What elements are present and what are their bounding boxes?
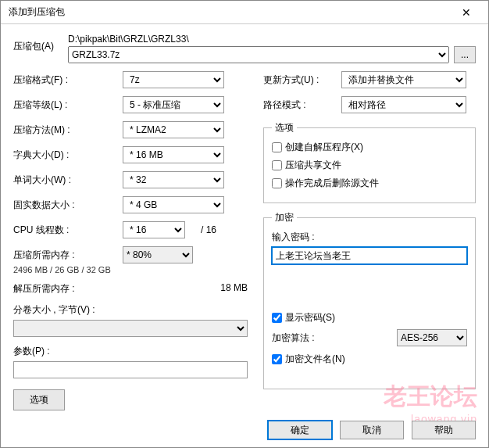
algo-select[interactable]: AES-256 bbox=[397, 329, 467, 346]
method-select[interactable]: * LZMA2 bbox=[123, 121, 224, 138]
options-legend: 选项 bbox=[272, 121, 297, 134]
delete-checkbox[interactable] bbox=[272, 178, 282, 188]
show-password-label: 显示密码(S) bbox=[285, 311, 335, 324]
dict-select[interactable]: * 16 MB bbox=[123, 146, 224, 163]
cancel-button[interactable]: 取消 bbox=[340, 421, 404, 439]
mem-compress-select[interactable]: * 80% bbox=[123, 246, 193, 263]
pathmode-label: 路径模式 : bbox=[263, 99, 341, 112]
method-label: 压缩方法(M) : bbox=[13, 124, 123, 137]
word-select[interactable]: * 32 bbox=[123, 171, 224, 188]
volume-select[interactable] bbox=[13, 320, 248, 337]
sfx-checkbox[interactable] bbox=[272, 142, 282, 152]
params-label: 参数(P) : bbox=[13, 345, 248, 358]
titlebar: 添加到压缩包 ✕ bbox=[1, 1, 488, 24]
password-input[interactable] bbox=[272, 247, 467, 264]
update-label: 更新方式(U) : bbox=[263, 73, 341, 87]
algo-label: 加密算法 : bbox=[272, 332, 315, 345]
options-fieldset: 选项 创建自解压程序(X) 压缩共享文件 操作完成后删除源文件 bbox=[263, 121, 476, 203]
word-label: 单词大小(W) : bbox=[13, 174, 123, 187]
show-password-checkbox[interactable] bbox=[272, 313, 282, 323]
cpu-total: / 16 bbox=[201, 224, 216, 235]
encryption-legend: 加密 bbox=[272, 211, 297, 224]
update-select[interactable]: 添加并替换文件 bbox=[341, 71, 466, 88]
archive-label: 压缩包(A) bbox=[13, 34, 62, 53]
level-select[interactable]: 5 - 标准压缩 bbox=[123, 96, 224, 113]
encrypt-names-label: 加密文件名(N) bbox=[285, 353, 345, 366]
archive-name-select[interactable]: GRZL33.7z bbox=[68, 46, 449, 63]
solid-label: 固实数据大小 : bbox=[13, 199, 123, 212]
cpu-select[interactable]: * 16 bbox=[123, 221, 185, 238]
shared-checkbox[interactable] bbox=[272, 160, 282, 170]
mem-decomp-value: 18 MB bbox=[220, 282, 248, 296]
mem-compress-label: 压缩所需内存 : bbox=[13, 249, 123, 262]
sfx-label: 创建自解压程序(X) bbox=[285, 141, 363, 154]
mem-decomp-label: 解压所需内存 : bbox=[13, 282, 75, 296]
options-button[interactable]: 选项 bbox=[13, 389, 65, 410]
shared-label: 压缩共享文件 bbox=[285, 159, 341, 172]
dict-label: 字典大小(D) : bbox=[13, 149, 123, 162]
help-button[interactable]: 帮助 bbox=[412, 421, 476, 439]
solid-select[interactable]: * 4 GB bbox=[123, 196, 224, 213]
mem-compress-detail: 2496 MB / 26 GB / 32 GB bbox=[13, 265, 248, 274]
delete-label: 操作完成后删除源文件 bbox=[285, 177, 379, 190]
level-label: 压缩等级(L) : bbox=[13, 99, 123, 112]
encrypt-names-checkbox[interactable] bbox=[272, 354, 282, 364]
format-select[interactable]: 7z bbox=[123, 71, 224, 88]
window-title: 添加到压缩包 bbox=[9, 5, 65, 19]
params-input[interactable] bbox=[13, 361, 248, 378]
encryption-fieldset: 加密 输入密码 : 显示密码(S) 加密算法 :AES-256 加密文件名(N) bbox=[263, 211, 476, 389]
browse-button[interactable]: ... bbox=[454, 46, 476, 63]
volume-label: 分卷大小 , 字节(V) : bbox=[13, 303, 248, 317]
archive-path: D:\pikpak\Bit\GRZL\GRZL33\ bbox=[68, 34, 476, 45]
ok-button[interactable]: 确定 bbox=[268, 421, 332, 439]
password-label: 输入密码 : bbox=[272, 231, 467, 244]
close-icon[interactable]: ✕ bbox=[451, 2, 482, 23]
format-label: 压缩格式(F) : bbox=[13, 73, 123, 87]
pathmode-select[interactable]: 相对路径 bbox=[341, 96, 466, 113]
cpu-label: CPU 线程数 : bbox=[13, 224, 123, 237]
